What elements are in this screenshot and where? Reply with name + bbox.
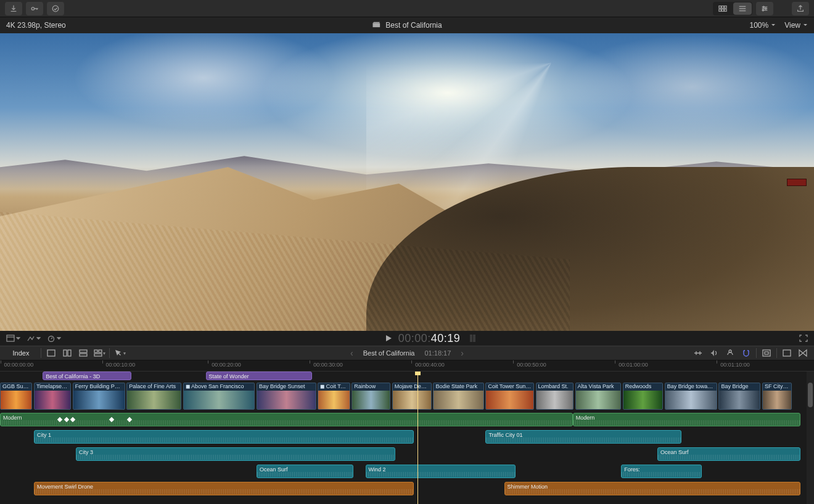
video-clip[interactable]: Timelapse GGB [34,383,71,410]
clip[interactable]: Traffic City 01 [485,430,681,444]
next-edit-button[interactable]: › [461,348,464,358]
viewer-canvas[interactable] [0,33,814,331]
svg-point-1 [52,6,59,12]
svg-rect-20 [99,350,102,352]
clip-thumbnail [434,391,483,409]
clip[interactable]: Movement Swirl Drone [34,482,414,495]
zoom-dropdown[interactable]: 100% [750,21,776,30]
clip[interactable]: Modern [0,413,573,426]
video-clip[interactable]: Mojave Desert [392,383,432,410]
clip-thumbnail [486,391,533,409]
clip-label: Bay Bridge toward SF [665,383,717,391]
clip[interactable]: Ocean Surf [257,465,353,478]
effects-tool[interactable] [6,335,20,342]
video-clip[interactable]: Bay Bridge [718,383,760,410]
filmstrip-view-button[interactable] [713,2,732,15]
clip-thumbnail [665,391,717,409]
svg-point-10 [762,9,763,10]
view-dropdown[interactable]: View [784,21,808,30]
app-toolbar [0,0,814,17]
skimming-button[interactable] [692,348,704,359]
video-clip[interactable]: Palace of Fine Arts [126,383,181,410]
snapping-button[interactable] [740,348,752,359]
clip-thumbnail [318,391,349,409]
solo-button[interactable] [724,348,736,359]
svg-rect-4 [725,6,727,8]
clip[interactable]: Fores: [621,465,702,478]
video-clip[interactable]: Lombard St. [536,383,574,410]
index-button[interactable]: Index [5,349,37,357]
svg-rect-18 [80,354,87,356]
clip-thumbnail [536,391,573,409]
prev-edit-button[interactable]: ‹ [350,348,353,358]
ruler-tick: 00:01:10:00 [720,362,750,368]
effects-lane: Movement Swirl DroneShimmer Motion [0,482,807,495]
video-clip[interactable]: Bodie State Park [433,383,483,410]
video-clip[interactable]: ◼ Coit To… [318,383,350,410]
clip-label: Bodie State Park [434,383,483,391]
ruler-tick: 00:00:50:00 [517,362,546,368]
clip-label: Mojave Desert [393,383,431,391]
timecode-display[interactable]: 00:00:40:19 [398,331,461,345]
clip-label: Redwoods [623,383,662,391]
retime-tool[interactable] [27,335,41,342]
clip-label: ◼ Above San Francisco [184,383,254,391]
timeline-ruler[interactable]: 00:00:00:0000:00:10:0000:00:20:0000:00:3… [0,360,814,372]
list-view-button[interactable] [733,2,752,15]
svg-rect-16 [68,350,71,356]
fullscreen-button[interactable] [799,335,808,342]
clip-label: Rainbow [352,383,390,391]
video-clip[interactable]: Bay Bridge Sunset [257,383,316,410]
playhead[interactable] [417,372,418,504]
keyword-button[interactable] [26,2,43,15]
clip[interactable]: Best of California - 3D [43,372,131,380]
clip[interactable]: City 3 [76,447,395,461]
layout-toggle-group [713,2,752,15]
import-button[interactable] [5,2,22,15]
clip-appearance-3-button[interactable] [77,348,89,359]
clip-thumbnail [35,391,70,409]
inspector-button[interactable] [756,2,773,15]
audio-skimming-button[interactable] [708,348,720,359]
clip[interactable]: Wind 2 [366,465,516,478]
clip-thumbnail [352,391,390,409]
timeline-effects-button[interactable] [760,348,773,359]
svg-rect-21 [94,354,102,356]
share-button[interactable] [792,2,809,15]
svg-rect-14 [47,350,55,356]
clip[interactable]: City 1 [34,430,414,444]
video-clip[interactable]: Redwoods [623,383,663,410]
video-clip[interactable]: Coit Tower Sunset [485,383,533,410]
clip-appearance-1-button[interactable] [45,348,57,359]
video-clip[interactable]: ◼ Above San Francisco [183,383,255,410]
clip-appearance-4-button[interactable]: ▾ [93,348,105,359]
timeline-view-options-button[interactable] [781,348,793,359]
video-clip[interactable]: GGB Sunset [0,383,32,410]
select-tool[interactable]: ▾ [113,348,126,359]
clip-appearance-2-button[interactable] [61,348,73,359]
clip-label: ◼ Coit To… [318,383,349,391]
video-clip[interactable]: Alta Vista Park [575,383,622,410]
play-icon[interactable] [385,335,392,342]
video-clip[interactable]: Ferry Building Part 2 [73,383,125,410]
ruler-tick: 00:00:20:00 [212,362,241,368]
timeline-project-name: Best of California [363,349,415,357]
timeline-duration: 01:18:17 [424,349,451,357]
video-clip[interactable]: Bay Bridge toward SF [665,383,717,410]
clip-thumbnail [623,391,662,409]
clip[interactable]: Shimmer Motion [504,482,800,495]
clip[interactable]: Modern [573,413,800,426]
clip-thumbnail [576,391,621,409]
clip[interactable]: Ocean Surf [657,447,800,461]
svg-rect-24 [783,350,791,356]
video-clip[interactable]: Rainbow [352,383,390,410]
clip-speed-tool[interactable] [47,335,61,342]
video-clip[interactable]: SF City… [762,383,792,410]
timeline-vertical-scrollbar[interactable] [807,372,814,504]
clip[interactable]: State of Wonder [206,372,313,380]
transitions-button[interactable] [797,348,809,359]
timeline-tracks[interactable]: Best of California - 3DState of Wonder G… [0,372,814,504]
background-tasks-button[interactable] [47,2,64,15]
clip-label: Coit Tower Sunset [486,383,533,391]
clip-label: Palace of Fine Arts [127,383,181,391]
